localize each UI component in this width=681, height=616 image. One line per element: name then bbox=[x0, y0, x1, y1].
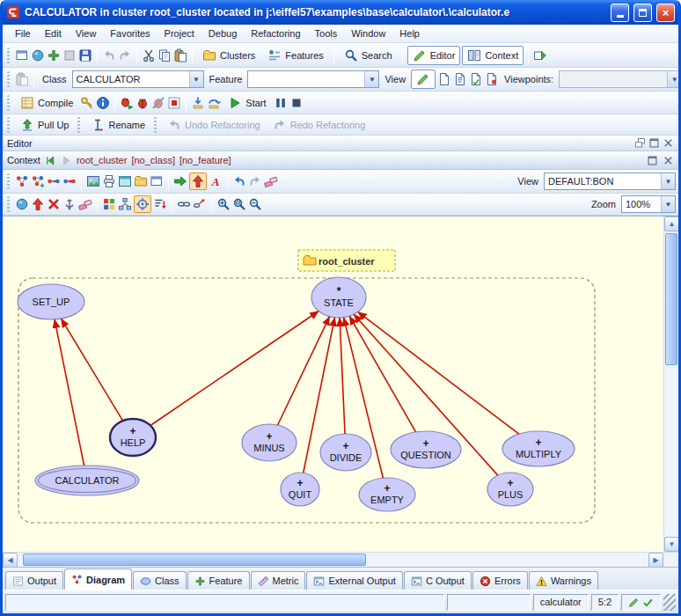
step-over-icon[interactable] bbox=[207, 96, 221, 110]
maximize-pane-icon[interactable] bbox=[648, 137, 660, 149]
new-class-tool-icon[interactable] bbox=[15, 174, 29, 188]
debug-stop-icon[interactable] bbox=[167, 96, 181, 110]
tab-output[interactable]: Output bbox=[5, 571, 63, 590]
zoom-combobox[interactable]: 100% ▼ bbox=[621, 195, 676, 213]
close-context-pane-icon[interactable] bbox=[663, 155, 674, 166]
eraser-tool-icon[interactable] bbox=[78, 197, 92, 211]
feature-combobox[interactable]: ▼ bbox=[247, 70, 379, 88]
horizontal-scroll-thumb[interactable] bbox=[23, 554, 366, 566]
open-in-window-icon[interactable] bbox=[150, 174, 164, 188]
menu-item-file[interactable]: File bbox=[8, 26, 38, 40]
toolbar-grip[interactable] bbox=[77, 117, 80, 133]
class-node-question[interactable]: +QUESTION bbox=[391, 431, 461, 468]
erase-icon[interactable] bbox=[264, 174, 278, 188]
class-node-multiply[interactable]: +MULTIPLY bbox=[502, 431, 575, 466]
tab-warnings[interactable]: Warnings bbox=[529, 571, 598, 590]
scroll-up-icon[interactable]: ▲ bbox=[664, 216, 679, 231]
freeze-key-icon[interactable] bbox=[80, 96, 94, 110]
horizontal-scroll-track[interactable] bbox=[18, 553, 648, 567]
step-into-icon[interactable] bbox=[191, 96, 205, 110]
rename-button[interactable]: Rename bbox=[85, 115, 150, 135]
class-node-minus[interactable]: +MINUS bbox=[242, 424, 297, 461]
menu-item-edit[interactable]: Edit bbox=[38, 26, 69, 40]
vertical-scroll-thumb[interactable] bbox=[665, 233, 677, 365]
color-settings-icon[interactable] bbox=[102, 197, 116, 211]
scroll-right-icon[interactable]: ▶ bbox=[648, 553, 663, 568]
diagram-undo-icon[interactable] bbox=[232, 174, 246, 188]
open-project-icon[interactable] bbox=[31, 48, 45, 62]
level-up-icon[interactable] bbox=[189, 172, 207, 190]
inheritance-link-tool-icon[interactable] bbox=[62, 174, 77, 188]
add-item-icon[interactable] bbox=[47, 48, 61, 62]
text-label-icon[interactable]: A bbox=[209, 174, 223, 188]
client-link-tool-icon[interactable] bbox=[47, 174, 61, 188]
print-diagram-icon[interactable] bbox=[102, 174, 116, 188]
basic-text-view-icon[interactable] bbox=[437, 72, 451, 86]
context-cluster[interactable]: root_cluster bbox=[77, 155, 127, 165]
class-node-empty[interactable]: +EMPTY bbox=[359, 478, 415, 511]
menu-item-tools[interactable]: Tools bbox=[308, 26, 345, 40]
inheritance-edge-minus-to-state[interactable] bbox=[278, 317, 330, 425]
features-button[interactable]: Features bbox=[262, 46, 328, 65]
search-button[interactable]: Search bbox=[339, 46, 398, 65]
debug-run-icon[interactable] bbox=[120, 96, 134, 110]
toolbar-grip[interactable] bbox=[7, 173, 10, 189]
tab-class[interactable]: Class bbox=[133, 571, 187, 590]
start-button[interactable]: Start bbox=[223, 93, 271, 113]
send-to-new-window-icon[interactable] bbox=[533, 48, 547, 62]
add-class-tool-icon[interactable] bbox=[31, 174, 45, 188]
class-node-set_up[interactable]: SET_UP bbox=[18, 284, 84, 319]
zoom-fit-icon[interactable] bbox=[232, 197, 246, 211]
diagram-view-dropdown-icon[interactable]: ▼ bbox=[661, 173, 675, 189]
class-node-help[interactable]: +HELP bbox=[110, 419, 156, 456]
class-node-calculator[interactable]: CALCULATOR bbox=[35, 466, 139, 495]
close-button[interactable]: × bbox=[656, 4, 675, 22]
zoom-out-icon[interactable] bbox=[248, 197, 262, 211]
class-node-state[interactable]: *STATE bbox=[311, 277, 366, 318]
tab-metric[interactable]: Metric bbox=[251, 571, 306, 590]
tab-external-output[interactable]: External Output bbox=[306, 571, 402, 590]
edit-view-button[interactable] bbox=[411, 70, 436, 89]
pull-up-button[interactable]: Pull Up bbox=[15, 115, 74, 135]
new-window-icon[interactable] bbox=[15, 48, 29, 62]
context-toggle-button[interactable]: Context bbox=[462, 46, 524, 65]
inheritance-edge-help-to-set_up[interactable] bbox=[62, 319, 123, 421]
float-pane-icon[interactable] bbox=[634, 137, 646, 149]
inheritance-edge-help-to-state[interactable] bbox=[150, 312, 319, 426]
stop-icon[interactable] bbox=[289, 96, 304, 110]
new-cluster-icon[interactable] bbox=[134, 174, 148, 188]
raise-node-icon[interactable] bbox=[31, 197, 45, 211]
export-image-icon[interactable] bbox=[86, 174, 100, 188]
vertical-scroll-track[interactable] bbox=[664, 231, 678, 537]
close-pane-icon[interactable] bbox=[663, 137, 674, 149]
toolbar-grip[interactable] bbox=[7, 71, 10, 87]
sort-order-icon[interactable] bbox=[153, 197, 167, 211]
tab-feature[interactable]: Feature bbox=[187, 571, 250, 590]
compile-button[interactable]: Compile bbox=[15, 93, 78, 113]
toolbar-grip[interactable] bbox=[7, 48, 10, 63]
center-on-selection-icon[interactable] bbox=[134, 195, 151, 213]
class-combobox-dropdown-icon[interactable]: ▼ bbox=[189, 71, 203, 87]
diagram-view-combobox[interactable]: DEFAULT:BON ▼ bbox=[544, 172, 676, 190]
tab-errors[interactable]: Errors bbox=[472, 571, 528, 590]
flat-view-icon[interactable] bbox=[469, 72, 483, 86]
scroll-down-icon[interactable]: ▼ bbox=[664, 537, 679, 552]
inheritance-edge-calculator-to-set_up[interactable] bbox=[55, 319, 84, 466]
history-back-icon[interactable] bbox=[45, 155, 56, 166]
copy-icon[interactable] bbox=[157, 48, 172, 62]
horizontal-scrollbar[interactable]: ◀ ▶ bbox=[3, 552, 678, 567]
class-combobox[interactable]: CALCULATOR ▼ bbox=[72, 70, 204, 88]
tab-diagram[interactable]: Diagram bbox=[64, 568, 132, 590]
anchor-tool-icon[interactable] bbox=[62, 197, 77, 211]
minimize-button[interactable] bbox=[611, 4, 629, 22]
toolbar-grip[interactable] bbox=[7, 196, 10, 212]
toolbar-grip[interactable] bbox=[7, 95, 10, 111]
class-node-divide[interactable]: +DIVIDE bbox=[320, 434, 371, 471]
tab-c-output[interactable]: C Output bbox=[404, 571, 472, 590]
feature-combobox-dropdown-icon[interactable]: ▼ bbox=[364, 71, 378, 87]
maximize-button[interactable] bbox=[633, 4, 652, 22]
zoom-dropdown-icon[interactable]: ▼ bbox=[661, 196, 675, 212]
clusters-button[interactable]: Clusters bbox=[197, 46, 260, 65]
go-to-target-icon[interactable] bbox=[173, 174, 187, 188]
contract-view-icon[interactable] bbox=[485, 72, 499, 86]
